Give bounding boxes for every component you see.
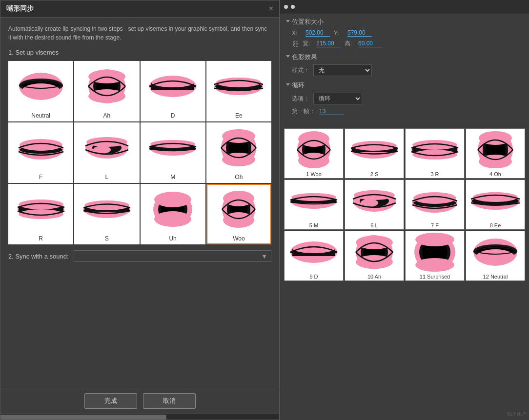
frame-img-l (345, 180, 404, 221)
svg-point-58 (412, 150, 457, 160)
lip-sync-dialog: 嘴形同步 × Automatically create lip-syncing … (0, 0, 280, 420)
options-label: 选项： (292, 95, 309, 103)
position-size-header: 位置和大小 (286, 18, 523, 26)
viseme-cell-d[interactable]: D (141, 61, 205, 121)
link-icon: ⛓ (292, 40, 299, 48)
frame-label-ah: 10 Ah (345, 273, 404, 280)
svg-point-63 (479, 155, 512, 168)
loop-section: 循环 选项： 循环 第一帧： 13 (286, 81, 523, 116)
frame-cell-ah[interactable]: 10 Ah (345, 231, 404, 281)
viseme-cell-neutral[interactable]: Neutral (8, 61, 73, 121)
viseme-img-neutral (12, 62, 70, 111)
frame-label-woo: 1 Woo (285, 170, 343, 178)
viseme-label-woo: Woo (207, 234, 270, 243)
frame-img-s (345, 129, 404, 170)
watermark-text: 知乎用户 (507, 411, 527, 418)
color-collapse-icon (286, 55, 290, 60)
frame-cell-neutral[interactable]: 12 Neutral (466, 231, 525, 281)
viseme-grid: Neutral Ah D Ee (8, 61, 271, 244)
color-effect-section: 色彩效果 样式： 无 (286, 53, 523, 76)
viseme-img-f (12, 123, 70, 172)
viseme-cell-s[interactable]: S (74, 184, 139, 244)
viseme-cell-uh[interactable]: Uh (141, 184, 205, 244)
sound-dropdown[interactable] (74, 250, 271, 262)
svg-point-28 (222, 129, 255, 143)
viseme-label-uh: Uh (142, 234, 204, 243)
frame-label-m: 5 M (285, 221, 343, 229)
first-frame-value[interactable]: 13 (319, 108, 344, 115)
frame-cell-woo[interactable]: 1 Woo (284, 128, 344, 179)
frame-cell-f[interactable]: 7 F (405, 180, 465, 230)
svg-point-79 (292, 243, 335, 253)
viseme-cell-m[interactable]: M (141, 122, 205, 183)
frame-img-m (285, 180, 343, 221)
x-label: X: (292, 30, 302, 37)
frame-label-l: 6 L (345, 221, 404, 229)
close-button[interactable]: × (269, 5, 273, 13)
frame-img-oh (466, 129, 525, 170)
loop-label: 循环 (292, 81, 305, 90)
svg-point-57 (412, 140, 457, 150)
svg-point-93 (476, 249, 515, 265)
viseme-img-oh (210, 123, 267, 172)
viseme-label-ee: Ee (207, 111, 270, 120)
frame-img-f (406, 180, 464, 221)
viseme-img-d (144, 62, 202, 111)
h-value[interactable]: 60.00 (358, 40, 383, 47)
viseme-img-ah (78, 62, 136, 111)
dialog-body: Automatically create lip-syncing in two … (0, 18, 279, 388)
frame-cell-surprised[interactable]: 11 Surprised (405, 231, 465, 281)
scroll-thumb[interactable] (0, 415, 166, 420)
x-value[interactable]: 502.00 (305, 29, 330, 37)
frame-label-d: 9 D (285, 273, 343, 280)
frame-grid: 1 Woo 2 S 3 R 4 Oh (280, 124, 529, 285)
loop-header: 循环 (286, 81, 523, 90)
collapse-triangle-icon (286, 20, 290, 24)
position-size-section: 位置和大小 X: 502.00 Y: 579.00 ⛓ 宽: 215.00 高:… (286, 18, 523, 48)
position-size-label: 位置和大小 (292, 18, 324, 26)
frame-cell-ee[interactable]: 8 Ee (466, 180, 525, 230)
right-top-bar (280, 0, 529, 14)
viseme-cell-ah[interactable]: Ah (74, 61, 139, 121)
dialog-footer: 完成 取消 (0, 388, 279, 414)
xy-row: X: 502.00 Y: 579.00 (286, 29, 523, 37)
options-select[interactable]: 循环 (313, 93, 362, 104)
w-value[interactable]: 215.00 (316, 40, 341, 47)
bottom-scrollbar[interactable] (0, 414, 279, 420)
frame-label-r: 3 R (406, 170, 464, 178)
viseme-cell-oh[interactable]: Oh (206, 122, 271, 183)
svg-point-32 (19, 200, 63, 209)
cancel-button[interactable]: 取消 (143, 393, 196, 409)
frame-cell-l[interactable]: 6 L (345, 180, 404, 230)
svg-point-89 (415, 258, 454, 272)
step2-label: 2. Sync with a sound: (8, 253, 69, 260)
frame-cell-r[interactable]: 3 R (405, 128, 465, 179)
right-panel: 位置和大小 X: 502.00 Y: 579.00 ⛓ 宽: 215.00 高:… (280, 0, 529, 420)
frame-cell-d[interactable]: 9 D (284, 231, 344, 281)
svg-point-41 (154, 211, 191, 227)
viseme-img-s (78, 185, 136, 234)
sound-dropdown-wrapper: ▼ (74, 250, 271, 262)
finish-button[interactable]: 完成 (84, 393, 137, 409)
frame-cell-m[interactable]: 5 M (284, 180, 344, 230)
viseme-cell-r[interactable]: R (8, 184, 73, 244)
frame-label-neutral: 12 Neutral (466, 273, 525, 280)
viseme-cell-ee[interactable]: Ee (206, 61, 271, 121)
viseme-label-s: S (75, 234, 138, 243)
style-select[interactable]: 无 (313, 64, 372, 76)
w-label: 宽: (303, 40, 312, 48)
frame-cell-s[interactable]: 2 S (345, 128, 404, 179)
viseme-cell-f[interactable]: F (8, 122, 73, 183)
viseme-cell-l[interactable]: L (74, 122, 139, 183)
viseme-cell-woo[interactable]: Woo (206, 184, 271, 244)
svg-point-29 (222, 153, 255, 166)
viseme-label-neutral: Neutral (9, 111, 72, 120)
y-value[interactable]: 579.00 (347, 29, 372, 37)
svg-point-88 (415, 233, 454, 246)
frame-cell-oh[interactable]: 4 Oh (466, 128, 525, 179)
viseme-img-m (144, 123, 202, 172)
frame-img-r (406, 129, 464, 170)
viseme-label-l: L (75, 172, 138, 182)
y-label: Y: (334, 30, 344, 37)
frame-img-ah (345, 231, 404, 273)
